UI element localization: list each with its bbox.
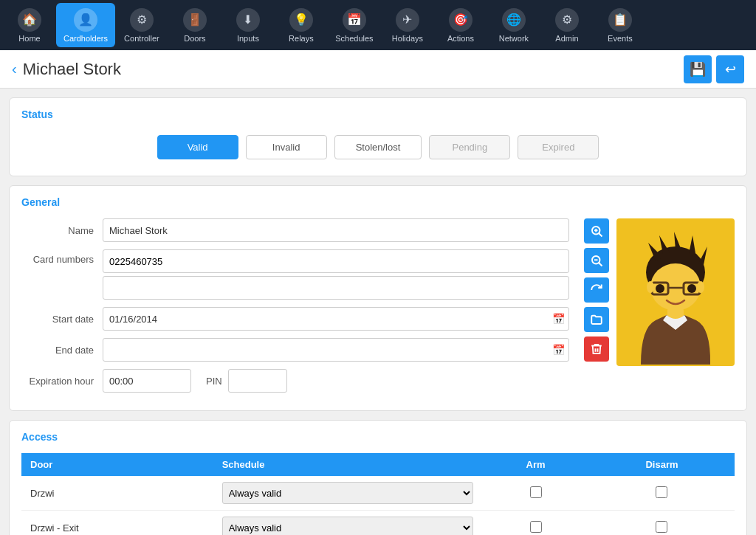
card-numbers-row: Card numbers xyxy=(21,249,569,300)
svg-point-19 xyxy=(656,284,664,293)
access-schedule-cell: Always validWeekdaysWeekendsNightCustom xyxy=(213,511,483,536)
access-card: Access Door Schedule Arm Disarm DrzwiAlw… xyxy=(9,420,747,535)
card-number-1-input[interactable] xyxy=(103,249,569,273)
col-schedule: Schedule xyxy=(213,453,483,476)
nav-inputs-label: Inputs xyxy=(237,34,259,43)
disarm-checkbox[interactable] xyxy=(656,486,667,498)
save-button[interactable]: 💾 xyxy=(684,55,712,83)
page-title: Michael Stork xyxy=(23,60,121,79)
nav-doors[interactable]: 🚪 Doors xyxy=(168,3,221,47)
col-door: Door xyxy=(21,453,213,476)
header-actions: 💾 ↩ xyxy=(684,55,744,83)
cardholders-icon: 👤 xyxy=(74,8,97,32)
general-card: General Name Card numbers xyxy=(9,185,747,411)
page-title-row: ‹ Michael Stork xyxy=(12,60,121,79)
svg-line-5 xyxy=(599,263,602,266)
back-arrow[interactable]: ‹ xyxy=(12,61,17,77)
access-table-header: Door Schedule Arm Disarm xyxy=(21,453,735,476)
pin-group: PIN xyxy=(206,369,287,393)
relays-icon: 💡 xyxy=(289,8,313,32)
nav-actions[interactable]: 🎯 Actions xyxy=(434,3,487,47)
access-table: Door Schedule Arm Disarm DrzwiAlways val… xyxy=(21,453,735,535)
expiration-hour-select[interactable]: 00:00 01:00 02:00 03:00 xyxy=(103,369,191,393)
name-input[interactable] xyxy=(103,218,569,242)
nav-home[interactable]: 🏠 Home xyxy=(3,3,56,47)
back-button[interactable]: ↩ xyxy=(716,55,744,83)
status-expired-button: Expired xyxy=(518,135,599,159)
access-disarm-cell xyxy=(589,511,735,536)
zoom-in-button[interactable] xyxy=(584,218,609,244)
status-valid-button[interactable]: Valid xyxy=(157,135,238,159)
zoom-out-button[interactable] xyxy=(584,248,609,273)
nav-holidays-label: Holidays xyxy=(392,34,423,43)
nav-relays[interactable]: 💡 Relays xyxy=(275,3,328,47)
nav-admin[interactable]: ⚙ Admin xyxy=(540,3,594,47)
main-content: Status Valid Invalid Stolen/lost Pending… xyxy=(0,89,756,535)
calendar-icon[interactable]: 📅 xyxy=(552,313,565,325)
general-layout: Name Card numbers Start date 📅 xyxy=(21,218,735,400)
start-date-input[interactable] xyxy=(103,307,569,331)
delete-photo-button[interactable] xyxy=(584,336,609,362)
nav-network[interactable]: 🌐 Network xyxy=(487,3,540,47)
access-arm-cell xyxy=(482,476,589,511)
access-table-row: Drzwi - ExitAlways validWeekdaysWeekends… xyxy=(21,511,735,536)
card-numbers-group xyxy=(103,249,569,300)
schedule-select[interactable]: Always validWeekdaysWeekendsNightCustom xyxy=(222,482,474,504)
admin-icon: ⚙ xyxy=(555,8,579,32)
nav-controller-label: Controller xyxy=(124,34,159,43)
access-table-row: DrzwiAlways validWeekdaysWeekendsNightCu… xyxy=(21,476,735,511)
end-date-row: End date 📅 xyxy=(21,338,569,362)
network-icon: 🌐 xyxy=(502,8,526,32)
folder-button[interactable] xyxy=(584,307,609,332)
access-title: Access xyxy=(21,431,735,443)
controller-icon: ⚙ xyxy=(130,8,154,32)
avatar-image xyxy=(619,221,733,365)
card-number-2-input[interactable] xyxy=(103,276,569,300)
nav-events[interactable]: 📋 Events xyxy=(594,3,647,47)
home-icon: 🏠 xyxy=(18,8,41,32)
form-section: Name Card numbers Start date 📅 xyxy=(21,218,569,400)
nav-schedules[interactable]: 📅 Schedules xyxy=(328,3,381,47)
inputs-icon: ⬇ xyxy=(236,8,260,32)
general-title: General xyxy=(21,196,735,208)
arm-checkbox[interactable] xyxy=(530,521,542,533)
start-date-field: 📅 xyxy=(103,307,569,331)
calendar-end-icon[interactable]: 📅 xyxy=(552,344,565,356)
access-schedule-cell: Always validWeekdaysWeekendsNightCustom xyxy=(213,476,483,511)
svg-line-1 xyxy=(599,233,602,237)
nav-inputs[interactable]: ⬇ Inputs xyxy=(221,3,275,47)
end-date-input[interactable] xyxy=(103,338,569,362)
image-tools xyxy=(584,218,609,362)
name-row: Name xyxy=(21,218,569,242)
nav-home-label: Home xyxy=(18,34,40,43)
nav-doors-label: Doors xyxy=(184,34,205,43)
nav-actions-label: Actions xyxy=(447,34,474,43)
pin-input[interactable] xyxy=(228,369,287,393)
card-numbers-label: Card numbers xyxy=(21,249,103,265)
nav-network-label: Network xyxy=(499,34,529,43)
status-stolen-button[interactable]: Stolen/lost xyxy=(334,135,422,159)
nav-controller[interactable]: ⚙ Controller xyxy=(115,3,168,47)
end-date-field: 📅 xyxy=(103,338,569,362)
status-title: Status xyxy=(21,108,735,120)
start-date-label: Start date xyxy=(21,314,103,325)
nav-relays-label: Relays xyxy=(289,34,314,43)
arm-checkbox[interactable] xyxy=(530,486,542,498)
access-door-cell: Drzwi - Exit xyxy=(21,511,213,536)
expiration-select-wrap: 00:00 01:00 02:00 03:00 xyxy=(103,369,191,393)
access-door-cell: Drzwi xyxy=(21,476,213,511)
access-arm-cell xyxy=(482,511,589,536)
status-invalid-button[interactable]: Invalid xyxy=(246,135,327,159)
svg-marker-11 xyxy=(689,235,696,258)
expiration-hour-label: Expiration hour xyxy=(21,376,103,387)
nav-cardholders-label: Cardholders xyxy=(63,34,108,43)
schedule-select[interactable]: Always validWeekdaysWeekendsNightCustom xyxy=(222,517,474,535)
expiration-pin-group: 00:00 01:00 02:00 03:00 PIN xyxy=(103,369,287,393)
rotate-button[interactable] xyxy=(584,277,609,303)
access-disarm-cell xyxy=(589,476,735,511)
nav-cardholders[interactable]: 👤 Cardholders xyxy=(56,3,115,47)
disarm-checkbox[interactable] xyxy=(656,521,667,533)
events-icon: 📋 xyxy=(608,8,632,32)
nav-schedules-label: Schedules xyxy=(335,34,373,43)
nav-holidays[interactable]: ✈ Holidays xyxy=(381,3,434,47)
